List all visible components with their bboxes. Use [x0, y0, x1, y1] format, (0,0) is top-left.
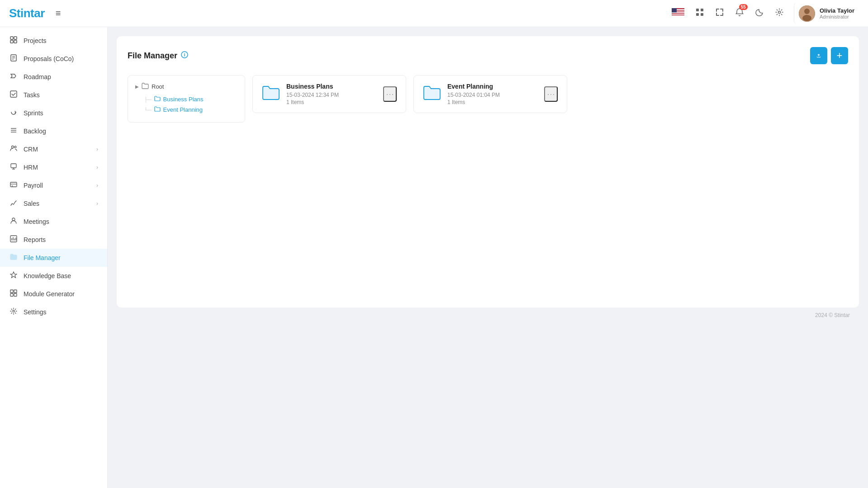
- svg-point-34: [12, 185, 13, 186]
- svg-rect-15: [10, 37, 13, 39]
- chevron-right-icon: ›: [96, 200, 98, 207]
- payroll-icon: [9, 181, 18, 190]
- settings-icon: [9, 308, 18, 317]
- sidebar-item-label: Roadmap: [24, 73, 51, 81]
- flag-icon: [672, 8, 684, 19]
- sidebar-item-roadmap[interactable]: Roadmap: [0, 68, 107, 86]
- sidebar-item-backlog[interactable]: Backlog: [0, 122, 107, 140]
- sidebar-item-settings[interactable]: Settings: [0, 303, 107, 321]
- expand-icon: [715, 8, 724, 19]
- svg-point-35: [12, 218, 15, 221]
- main-content: File Manager: [108, 27, 868, 488]
- avatar: [799, 5, 815, 22]
- sidebar-item-projects[interactable]: Projects: [0, 32, 107, 50]
- svg-point-28: [14, 146, 16, 148]
- plus-icon: +: [837, 51, 843, 61]
- sales-icon: [9, 199, 18, 208]
- svg-rect-29: [11, 164, 16, 168]
- tree-child-label: Event Planning: [163, 106, 203, 113]
- svg-rect-42: [14, 290, 17, 293]
- folder-menu-button[interactable]: ⋯: [544, 86, 558, 102]
- chevron-right-icon: ›: [96, 182, 98, 189]
- svg-point-27: [12, 146, 14, 148]
- expand-button[interactable]: [712, 5, 727, 22]
- svg-rect-17: [10, 40, 13, 43]
- tree-child-label: Business Plans: [163, 96, 204, 103]
- filemanager-icon: [9, 253, 18, 262]
- sidebar-item-reports[interactable]: Reports: [0, 231, 107, 249]
- folder-menu-button[interactable]: ⋯: [383, 86, 397, 102]
- info-icon[interactable]: [181, 51, 188, 60]
- svg-rect-4: [672, 14, 684, 15]
- svg-rect-10: [701, 13, 703, 16]
- folder-card-eventplanning[interactable]: Event Planning 15-03-2024 01:04 PM 1 Ite…: [413, 75, 567, 113]
- sidebar-item-proposals[interactable]: Proposals (CoCo): [0, 50, 107, 68]
- hamburger-button[interactable]: ≡: [54, 7, 63, 20]
- user-profile[interactable]: Olivia Taylor Administrator: [794, 3, 859, 24]
- language-flag-button[interactable]: [669, 5, 687, 21]
- upload-button[interactable]: [810, 47, 827, 64]
- logo-text: Stintar: [9, 6, 45, 20]
- hrm-icon: [9, 163, 18, 172]
- sidebar-item-modulegenerator[interactable]: Module Generator: [0, 285, 107, 303]
- svg-point-13: [804, 9, 810, 14]
- sidebar-item-label: Sales: [24, 200, 39, 207]
- hamburger-icon: ≡: [56, 8, 61, 18]
- folder-name: Event Planning: [447, 83, 538, 90]
- meetings-icon: [9, 217, 18, 226]
- sidebar-item-meetings[interactable]: Meetings: [0, 213, 107, 231]
- header-actions: +: [810, 47, 848, 64]
- add-button[interactable]: +: [831, 47, 848, 64]
- svg-rect-44: [14, 294, 17, 296]
- modulegenerator-icon: [9, 289, 18, 298]
- header-right: 55: [669, 3, 859, 24]
- apps-grid-button[interactable]: [693, 5, 707, 22]
- user-name: Olivia Taylor: [820, 7, 854, 14]
- sidebar-item-label: Module Generator: [24, 290, 75, 298]
- folder-tree-panel: ▶ Root ├─: [128, 75, 245, 123]
- folder-card-icon: [262, 85, 280, 104]
- grid-icon: [695, 8, 704, 19]
- svg-rect-41: [10, 290, 13, 293]
- tree-child-businessplans[interactable]: ├─ Business Plans: [144, 94, 237, 104]
- tree-child-eventplanning[interactable]: └─ Event Planning: [144, 104, 237, 115]
- svg-rect-43: [10, 294, 13, 296]
- sidebar: Projects Proposals (CoCo) Roadmap Tasks …: [0, 27, 108, 488]
- settings-gear-button[interactable]: [772, 5, 787, 22]
- chevron-right-icon: ›: [96, 164, 98, 171]
- sidebar-item-tasks[interactable]: Tasks: [0, 86, 107, 104]
- file-manager-title-row: File Manager: [128, 51, 188, 61]
- folder-card-businessplans[interactable]: Business Plans 15-03-2024 12:34 PM 1 Ite…: [252, 75, 406, 113]
- reports-icon: [9, 235, 18, 244]
- svg-rect-18: [14, 40, 17, 43]
- proposals-icon: [9, 54, 18, 63]
- svg-rect-6: [672, 8, 677, 13]
- tree-root-label: Root: [152, 83, 164, 90]
- folder-card-icon: [423, 85, 441, 104]
- tree-child-folder-icon: [154, 106, 161, 113]
- sidebar-item-crm[interactable]: CRM ›: [0, 140, 107, 158]
- moon-icon: [755, 8, 764, 19]
- gear-icon: [775, 8, 784, 19]
- sidebar-item-label: Tasks: [24, 91, 40, 99]
- notification-badge: 55: [739, 4, 748, 10]
- sidebar-item-knowledgebase[interactable]: Knowledge Base: [0, 267, 107, 285]
- theme-toggle-button[interactable]: [752, 5, 767, 22]
- tree-expand-icon[interactable]: ▶: [135, 84, 139, 89]
- sidebar-item-sprints[interactable]: Sprints: [0, 104, 107, 122]
- sidebar-item-sales[interactable]: Sales ›: [0, 194, 107, 213]
- sidebar-item-filemanager[interactable]: File Manager: [0, 249, 107, 267]
- svg-rect-7: [696, 9, 699, 11]
- notifications-button[interactable]: 55: [732, 5, 747, 22]
- projects-icon: [9, 36, 18, 45]
- svg-point-48: [184, 53, 185, 54]
- header-left: Stintar ≡: [9, 6, 63, 20]
- svg-point-14: [802, 15, 811, 21]
- tree-child-folder-icon: [154, 96, 161, 103]
- sidebar-item-hrm[interactable]: HRM ›: [0, 158, 107, 176]
- folder-name: Business Plans: [286, 83, 377, 90]
- sidebar-item-payroll[interactable]: Payroll ›: [0, 176, 107, 194]
- sidebar-item-label: Sprints: [24, 109, 43, 117]
- svg-rect-16: [14, 37, 17, 39]
- svg-rect-5: [672, 15, 684, 16]
